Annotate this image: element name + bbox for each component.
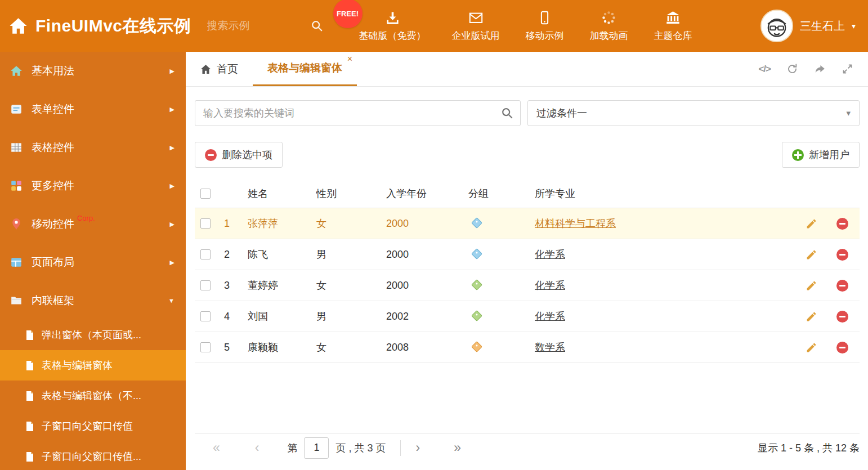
edit-icon[interactable] bbox=[806, 311, 817, 323]
cell-name: 董婷婷 bbox=[248, 279, 316, 292]
nav-loading-animation[interactable]: 加载动画 bbox=[590, 10, 628, 42]
edit-icon[interactable] bbox=[806, 342, 817, 353]
sidebar-item-basic-usage[interactable]: 基本用法 ▶ bbox=[0, 52, 186, 90]
nav-theme-store[interactable]: 主题仓库 bbox=[654, 10, 692, 42]
sidebar-item-grid-controls[interactable]: 表格控件 ▶ bbox=[0, 128, 186, 167]
minus-circle-icon bbox=[205, 149, 217, 161]
row-checkbox[interactable] bbox=[200, 249, 211, 259]
last-page-button[interactable]: » bbox=[454, 441, 461, 454]
delete-icon[interactable] bbox=[836, 218, 848, 230]
tag-icon bbox=[471, 248, 482, 259]
nav-basic-free[interactable]: FREE! 基础版（免费） bbox=[359, 10, 426, 42]
tab-grid-edit-window[interactable]: 表格与编辑窗体 × bbox=[253, 52, 357, 86]
row-checkbox[interactable] bbox=[200, 342, 211, 352]
mobile-icon bbox=[536, 10, 553, 25]
major-link[interactable]: 材料科学与工程系 bbox=[535, 218, 616, 229]
sidebar-subitem-grid-edit-window[interactable]: 表格与编辑窗体 bbox=[0, 350, 186, 381]
tab-home[interactable]: 首页 bbox=[186, 52, 253, 86]
file-icon bbox=[26, 391, 34, 401]
page-label: 第 bbox=[287, 441, 297, 455]
search-icon[interactable] bbox=[311, 20, 323, 32]
fullscreen-icon[interactable] bbox=[842, 63, 853, 75]
edit-icon[interactable] bbox=[806, 218, 817, 230]
edit-icon[interactable] bbox=[806, 280, 817, 292]
sidebar-item-more-controls[interactable]: 更多控件 ▶ bbox=[0, 167, 186, 205]
row-checkbox[interactable] bbox=[200, 218, 211, 229]
table-row[interactable]: 4 刘国 男 2002 化学系 bbox=[195, 301, 860, 332]
user-menu[interactable]: 三生石上 ▾ bbox=[760, 10, 856, 42]
edit-icon[interactable] bbox=[806, 249, 817, 261]
next-page-button[interactable]: › bbox=[415, 441, 420, 454]
source-code-icon[interactable]: </> bbox=[758, 64, 771, 75]
row-checkbox[interactable] bbox=[200, 311, 211, 321]
sidebar-item-iframe[interactable]: 内联框架 ▼ bbox=[0, 281, 186, 320]
delete-icon[interactable] bbox=[836, 249, 848, 261]
page-number-input[interactable] bbox=[304, 437, 329, 459]
sidebar-subitem-label: 表格与编辑窗体 bbox=[42, 359, 113, 372]
delete-selected-button[interactable]: 删除选中项 bbox=[195, 142, 283, 168]
envelope-icon bbox=[468, 10, 484, 25]
sidebar-item-label: 表格控件 bbox=[32, 140, 74, 155]
brand[interactable]: FineUIMvc在线示例 bbox=[9, 15, 191, 38]
corp-badge: Corp. bbox=[77, 214, 95, 222]
table-row[interactable]: 5 康颖颖 女 2008 数学系 bbox=[195, 332, 860, 363]
select-all-checkbox[interactable] bbox=[200, 189, 211, 199]
sidebar-subitem-grid-edit-window-2[interactable]: 表格与编辑窗体（不... bbox=[0, 381, 186, 411]
sidebar-subitem-child-to-parent-2[interactable]: 子窗口向父窗口传值... bbox=[0, 441, 186, 470]
delete-icon[interactable] bbox=[836, 311, 848, 323]
search-icon[interactable] bbox=[501, 107, 513, 119]
delete-icon[interactable] bbox=[836, 342, 848, 353]
button-label: 新增用户 bbox=[809, 148, 849, 162]
sidebar-subitem-child-to-parent[interactable]: 子窗口向父窗口传值 bbox=[0, 411, 186, 441]
row-checkbox[interactable] bbox=[200, 280, 211, 290]
file-icon bbox=[26, 330, 34, 340]
chevron-right-icon: ▶ bbox=[170, 182, 175, 190]
sidebar-subitem-popup-window[interactable]: 弹出窗体（本页面或... bbox=[0, 320, 186, 350]
header-search-input[interactable] bbox=[206, 19, 290, 33]
tag-icon bbox=[471, 310, 482, 321]
data-table: 姓名 性别 入学年份 分组 所学专业 1 张萍萍 女 2000 材料科学与工程系 bbox=[195, 179, 860, 363]
filter-row: 过滤条件一 ▾ bbox=[195, 100, 860, 126]
sidebar-item-mobile-controls[interactable]: 移动控件 Corp. ▶ bbox=[0, 205, 186, 243]
table-icon bbox=[10, 141, 23, 154]
file-icon bbox=[26, 452, 34, 462]
home-icon bbox=[200, 64, 211, 74]
nav-label: 加载动画 bbox=[590, 29, 628, 42]
nav-mobile-demo[interactable]: 移动示例 bbox=[526, 10, 564, 42]
major-link[interactable]: 化学系 bbox=[535, 311, 565, 322]
sidebar-item-form-controls[interactable]: 表单控件 ▶ bbox=[0, 90, 186, 128]
close-icon[interactable]: × bbox=[347, 55, 352, 64]
refresh-icon[interactable] bbox=[786, 63, 798, 75]
filter-dropdown[interactable]: 过滤条件一 ▾ bbox=[527, 100, 860, 126]
sidebar-item-page-layout[interactable]: 页面布局 ▶ bbox=[0, 243, 186, 281]
table-row[interactable]: 2 陈飞 男 2000 化学系 bbox=[195, 239, 860, 270]
keyword-search bbox=[195, 100, 521, 126]
share-icon[interactable] bbox=[814, 63, 826, 75]
cell-gender: 男 bbox=[316, 310, 386, 323]
nav-label: 基础版（免费） bbox=[359, 29, 426, 42]
first-page-button[interactable]: « bbox=[213, 441, 220, 454]
keyword-search-input[interactable] bbox=[195, 108, 520, 119]
chevron-right-icon: ▶ bbox=[170, 106, 175, 113]
sidebar-item-label: 页面布局 bbox=[32, 255, 74, 270]
table-row[interactable]: 3 董婷婷 女 2000 化学系 bbox=[195, 270, 860, 301]
chevron-down-icon: ▾ bbox=[846, 108, 851, 118]
page-content: 过滤条件一 ▾ 删除选中项 新增用户 姓名 bbox=[186, 87, 868, 470]
username: 三生石上 bbox=[800, 19, 845, 34]
divider bbox=[400, 440, 401, 456]
chevron-right-icon: ▶ bbox=[170, 144, 175, 151]
add-user-button[interactable]: 新增用户 bbox=[782, 142, 860, 168]
cell-year: 2002 bbox=[386, 311, 468, 323]
sidebar-item-label: 表单控件 bbox=[32, 102, 74, 117]
major-link[interactable]: 化学系 bbox=[535, 249, 565, 260]
major-link[interactable]: 化学系 bbox=[535, 280, 565, 291]
prev-page-button[interactable]: ‹ bbox=[255, 441, 259, 454]
sidebar-item-label: 移动控件 bbox=[32, 217, 74, 231]
table-row[interactable]: 1 张萍萍 女 2000 材料科学与工程系 bbox=[195, 208, 860, 239]
delete-icon[interactable] bbox=[836, 280, 848, 292]
tag-icon bbox=[471, 279, 482, 290]
nav-enterprise-trial[interactable]: 企业版试用 bbox=[452, 10, 500, 42]
major-link[interactable]: 数学系 bbox=[535, 342, 565, 353]
column-header-group: 分组 bbox=[468, 187, 535, 200]
tag-icon bbox=[471, 217, 482, 229]
